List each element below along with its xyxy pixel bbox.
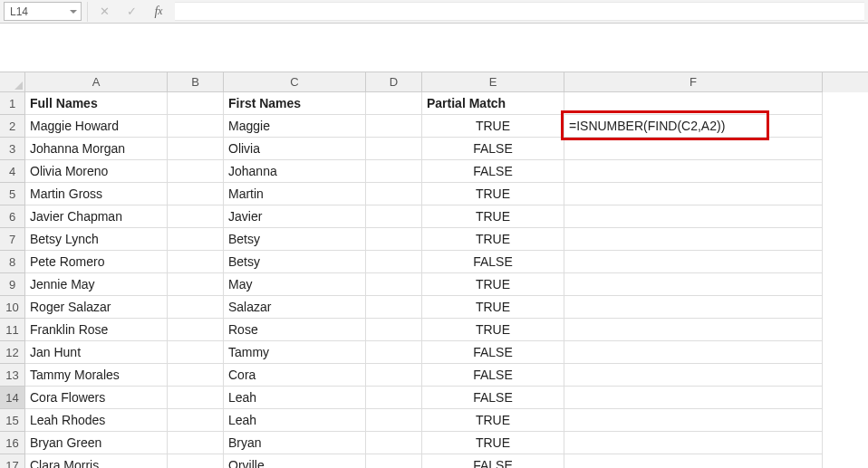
cell-F3[interactable] xyxy=(564,138,823,160)
cell-D3[interactable] xyxy=(366,138,422,160)
row-number[interactable]: 16 xyxy=(0,432,25,454)
cell-C11[interactable]: Rose xyxy=(224,319,366,341)
cell-A17[interactable]: Clara Morris xyxy=(25,454,168,468)
cell-F12[interactable] xyxy=(564,341,823,364)
cell-E12[interactable]: FALSE xyxy=(422,341,564,364)
row-number[interactable]: 2 xyxy=(0,115,25,138)
cell-B7[interactable] xyxy=(168,228,224,251)
cell-C3[interactable]: Olivia xyxy=(224,138,366,160)
cell-D8[interactable] xyxy=(366,251,422,273)
cell-B11[interactable] xyxy=(168,319,224,341)
cell-F11[interactable] xyxy=(564,319,823,341)
cell-B12[interactable] xyxy=(168,341,224,364)
cell-A14[interactable]: Cora Flowers xyxy=(25,387,168,409)
cell-F17[interactable] xyxy=(564,454,823,468)
cell-A1[interactable]: Full Names xyxy=(25,92,168,115)
cell-C6[interactable]: Javier xyxy=(224,205,366,228)
row-number[interactable]: 9 xyxy=(0,273,25,296)
cell-C5[interactable]: Martin xyxy=(224,183,366,205)
cell-B10[interactable] xyxy=(168,296,224,319)
cell-D9[interactable] xyxy=(366,273,422,296)
cell-F10[interactable] xyxy=(564,296,823,319)
cell-A6[interactable]: Javier Chapman xyxy=(25,205,168,228)
cell-D7[interactable] xyxy=(366,228,422,251)
cell-D12[interactable] xyxy=(366,341,422,364)
row-number[interactable]: 7 xyxy=(0,228,25,251)
fx-icon[interactable]: fx xyxy=(148,2,169,22)
cell-F13[interactable] xyxy=(564,364,823,387)
cell-F4[interactable] xyxy=(564,160,823,183)
cell-B14[interactable] xyxy=(168,387,224,409)
cell-E9[interactable]: TRUE xyxy=(422,273,564,296)
cell-B5[interactable] xyxy=(168,183,224,205)
cell-A16[interactable]: Bryan Green xyxy=(25,432,168,454)
cell-F14[interactable] xyxy=(564,387,823,409)
cell-B4[interactable] xyxy=(168,160,224,183)
cell-B17[interactable] xyxy=(168,454,224,468)
cell-E4[interactable]: FALSE xyxy=(422,160,564,183)
cell-C15[interactable]: Leah xyxy=(224,409,366,432)
cell-C12[interactable]: Tammy xyxy=(224,341,366,364)
row-number[interactable]: 8 xyxy=(0,251,25,273)
cell-C13[interactable]: Cora xyxy=(224,364,366,387)
row-number[interactable]: 4 xyxy=(0,160,25,183)
cell-A13[interactable]: Tammy Morales xyxy=(25,364,168,387)
cell-E5[interactable]: TRUE xyxy=(422,183,564,205)
cell-E11[interactable]: TRUE xyxy=(422,319,564,341)
cell-D16[interactable] xyxy=(366,432,422,454)
row-number[interactable]: 11 xyxy=(0,319,25,341)
cell-B1[interactable] xyxy=(168,92,224,115)
cell-D11[interactable] xyxy=(366,319,422,341)
cell-D10[interactable] xyxy=(366,296,422,319)
cell-A11[interactable]: Franklin Rose xyxy=(25,319,168,341)
cell-B2[interactable] xyxy=(168,115,224,138)
cell-A3[interactable]: Johanna Morgan xyxy=(25,138,168,160)
cell-D15[interactable] xyxy=(366,409,422,432)
cell-C14[interactable]: Leah xyxy=(224,387,366,409)
cell-A4[interactable]: Olivia Moreno xyxy=(25,160,168,183)
cell-C2[interactable]: Maggie xyxy=(224,115,366,138)
cell-A15[interactable]: Leah Rhodes xyxy=(25,409,168,432)
cell-F9[interactable] xyxy=(564,273,823,296)
cell-E14[interactable]: FALSE xyxy=(422,387,564,409)
cell-F6[interactable] xyxy=(564,205,823,228)
cell-A7[interactable]: Betsy Lynch xyxy=(25,228,168,251)
chevron-down-icon[interactable] xyxy=(70,10,77,14)
col-header-D[interactable]: D xyxy=(366,72,422,92)
cell-E17[interactable]: FALSE xyxy=(422,454,564,468)
cell-E6[interactable]: TRUE xyxy=(422,205,564,228)
cell-A12[interactable]: Jan Hunt xyxy=(25,341,168,364)
cell-E13[interactable]: FALSE xyxy=(422,364,564,387)
col-header-E[interactable]: E xyxy=(422,72,564,92)
col-header-B[interactable]: B xyxy=(168,72,224,92)
cell-B8[interactable] xyxy=(168,251,224,273)
cell-F5[interactable] xyxy=(564,183,823,205)
cell-C9[interactable]: May xyxy=(224,273,366,296)
cell-D6[interactable] xyxy=(366,205,422,228)
cell-D17[interactable] xyxy=(366,454,422,468)
cell-D2[interactable] xyxy=(366,115,422,138)
cell-A2[interactable]: Maggie Howard xyxy=(25,115,168,138)
row-number[interactable]: 15 xyxy=(0,409,25,432)
cell-A5[interactable]: Martin Gross xyxy=(25,183,168,205)
cell-F15[interactable] xyxy=(564,409,823,432)
row-number[interactable]: 6 xyxy=(0,205,25,228)
cell-C1[interactable]: First Names xyxy=(224,92,366,115)
select-all-corner[interactable] xyxy=(0,72,25,92)
cell-F1[interactable] xyxy=(564,92,823,115)
cell-B3[interactable] xyxy=(168,138,224,160)
cell-F8[interactable] xyxy=(564,251,823,273)
cell-A9[interactable]: Jennie May xyxy=(25,273,168,296)
cell-F7[interactable] xyxy=(564,228,823,251)
cell-C7[interactable]: Betsy xyxy=(224,228,366,251)
cell-F2[interactable]: =ISNUMBER(FIND(C2,A2)) xyxy=(564,115,823,138)
cell-B9[interactable] xyxy=(168,273,224,296)
formula-input[interactable] xyxy=(175,2,864,21)
cell-D4[interactable] xyxy=(366,160,422,183)
cell-C8[interactable]: Betsy xyxy=(224,251,366,273)
row-number[interactable]: 14 xyxy=(0,387,25,409)
cell-A10[interactable]: Roger Salazar xyxy=(25,296,168,319)
row-number[interactable]: 1 xyxy=(0,92,25,115)
cell-E8[interactable]: FALSE xyxy=(422,251,564,273)
col-header-C[interactable]: C xyxy=(224,72,366,92)
